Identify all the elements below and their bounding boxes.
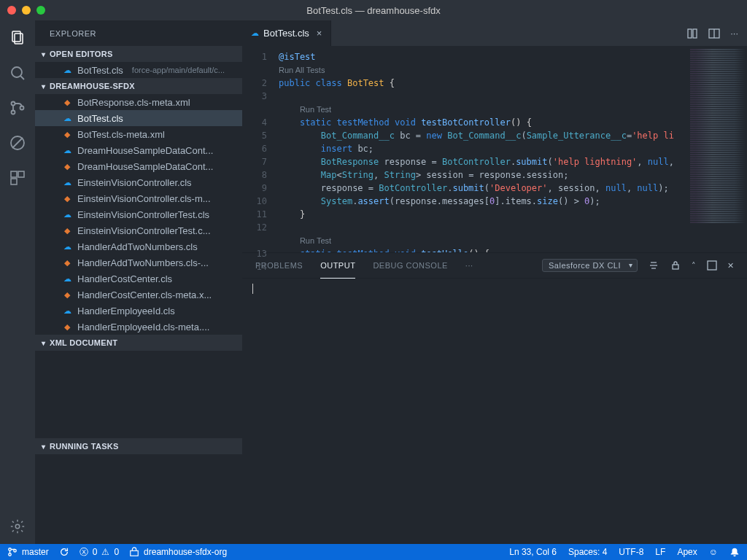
svg-point-23 bbox=[9, 553, 12, 556]
salesforce-icon: ☁ bbox=[61, 64, 73, 76]
explorer-icon[interactable] bbox=[7, 28, 28, 48]
running-tasks-panel bbox=[35, 454, 242, 544]
file-item[interactable]: ☁HandlerCostCenter.cls bbox=[35, 271, 242, 287]
svg-rect-1 bbox=[15, 34, 23, 44]
open-editor-item[interactable]: ☁ BotTest.cls force-app/main/default/c..… bbox=[35, 62, 242, 78]
file-item[interactable]: ◆BotTest.cls-meta.xml bbox=[35, 126, 242, 142]
tab-output[interactable]: OUTPUT bbox=[320, 253, 355, 279]
status-branch[interactable]: master bbox=[7, 547, 49, 557]
file-item[interactable]: ☁BotTest.cls bbox=[35, 110, 242, 126]
section-xml-document[interactable]: ▾XML DOCUMENT bbox=[35, 335, 242, 351]
clear-output-icon[interactable] bbox=[648, 260, 659, 271]
editor[interactable]: 1234567891011121314 @isTest Run All Test… bbox=[242, 46, 747, 252]
file-item[interactable]: ◆HandlerEmployeeId.cls-meta.... bbox=[35, 319, 242, 335]
bottom-panel: PROBLEMS OUTPUT DEBUG CONSOLE ··· Salesf… bbox=[242, 252, 747, 544]
svg-rect-14 bbox=[693, 29, 697, 38]
status-cursor-pos[interactable]: Ln 33, Col 6 bbox=[509, 547, 557, 557]
close-panel-icon[interactable]: ✕ bbox=[727, 261, 735, 271]
xml-file-icon: ◆ bbox=[61, 96, 73, 108]
file-item[interactable]: ◆EinsteinVisionControllerTest.c... bbox=[35, 222, 242, 238]
svg-rect-0 bbox=[12, 31, 20, 42]
svg-point-4 bbox=[12, 102, 15, 106]
editor-tab[interactable]: ☁ BotTest.cls × bbox=[242, 20, 331, 46]
split-editor-icon[interactable] bbox=[708, 28, 720, 39]
file-item[interactable]: ☁HandlerAddTwoNumbers.cls bbox=[35, 238, 242, 254]
settings-gear-icon[interactable] bbox=[7, 516, 28, 537]
svg-rect-13 bbox=[688, 29, 692, 38]
status-eol[interactable]: LF bbox=[655, 547, 665, 557]
line-numbers: 1234567891011121314 bbox=[242, 46, 279, 252]
tab-debug-console[interactable]: DEBUG CONSOLE bbox=[373, 253, 447, 279]
status-language[interactable]: Apex bbox=[677, 547, 697, 557]
svg-point-2 bbox=[12, 67, 22, 77]
svg-point-22 bbox=[9, 548, 12, 551]
svg-rect-11 bbox=[11, 179, 17, 184]
more-views-icon[interactable]: ··· bbox=[465, 253, 473, 279]
salesforce-icon: ☁ bbox=[61, 176, 73, 188]
panel-tabs: PROBLEMS OUTPUT DEBUG CONSOLE ··· Salesf… bbox=[242, 253, 747, 279]
chevron-down-icon: ▾ bbox=[38, 50, 50, 58]
status-bar: master ⓧ0 ⚠0 dreamhouse-sfdx-org Ln 33, … bbox=[0, 544, 747, 560]
salesforce-icon: ☁ bbox=[61, 241, 73, 252]
section-running-tasks[interactable]: ▾RUNNING TASKS bbox=[35, 438, 242, 454]
code-body[interactable]: @isTest Run All Tests public class BotTe… bbox=[279, 46, 689, 252]
svg-rect-21 bbox=[708, 261, 716, 270]
file-item[interactable]: ☁HandlerEmployeeId.cls bbox=[35, 303, 242, 319]
file-item[interactable]: ◆BotResponse.cls-meta.xml bbox=[35, 94, 242, 110]
notifications-icon[interactable] bbox=[729, 547, 740, 557]
status-indentation[interactable]: Spaces: 4 bbox=[568, 547, 607, 557]
svg-rect-25 bbox=[131, 551, 139, 556]
svg-point-6 bbox=[20, 106, 24, 110]
status-encoding[interactable]: UTF-8 bbox=[619, 547, 643, 557]
search-icon[interactable] bbox=[7, 63, 28, 83]
status-org[interactable]: dreamhouse-sfdx-org bbox=[129, 547, 227, 557]
section-open-editors[interactable]: ▾OPEN EDITORS bbox=[35, 46, 242, 62]
svg-point-12 bbox=[15, 524, 20, 529]
status-sync[interactable] bbox=[59, 547, 69, 557]
file-item[interactable]: ☁EinsteinVisionController.cls bbox=[35, 174, 242, 190]
svg-line-8 bbox=[12, 138, 23, 148]
salesforce-icon: ☁ bbox=[251, 28, 259, 38]
file-item[interactable]: ☁EinsteinVisionControllerTest.cls bbox=[35, 206, 242, 222]
xml-document-panel bbox=[35, 351, 242, 438]
svg-rect-20 bbox=[673, 265, 678, 269]
collapse-panel-icon[interactable]: ˄ bbox=[692, 261, 697, 271]
lock-scroll-icon[interactable] bbox=[670, 260, 681, 271]
salesforce-icon: ☁ bbox=[61, 305, 73, 316]
file-item[interactable]: ☁DreamHouseSampleDataCont... bbox=[35, 142, 242, 158]
file-item[interactable]: ◆EinsteinVisionController.cls-m... bbox=[35, 190, 242, 206]
codelens-run-test[interactable]: Run Test bbox=[300, 105, 331, 114]
minimap[interactable] bbox=[689, 46, 747, 252]
file-item[interactable]: ◆HandlerAddTwoNumbers.cls-... bbox=[35, 254, 242, 271]
extensions-icon[interactable] bbox=[7, 168, 28, 188]
chevron-down-icon: ▾ bbox=[38, 339, 50, 347]
debug-icon[interactable] bbox=[7, 133, 28, 153]
tab-label: BotTest.cls bbox=[263, 28, 309, 39]
output-body[interactable] bbox=[242, 279, 747, 544]
window-title: BotTest.cls — dreamhouse-sfdx bbox=[0, 5, 747, 16]
close-tab-icon[interactable]: × bbox=[317, 28, 322, 39]
xml-file-icon: ◆ bbox=[61, 192, 73, 204]
xml-file-icon: ◆ bbox=[61, 289, 73, 300]
xml-file-icon: ◆ bbox=[61, 225, 73, 236]
salesforce-icon: ☁ bbox=[61, 273, 73, 284]
more-actions-icon[interactable]: ··· bbox=[730, 28, 738, 39]
compare-changes-icon[interactable] bbox=[686, 28, 698, 39]
source-control-icon[interactable] bbox=[7, 98, 28, 118]
feedback-icon[interactable]: ☺ bbox=[709, 547, 718, 557]
file-item[interactable]: ◆HandlerCostCenter.cls-meta.x... bbox=[35, 287, 242, 303]
codelens-run-all[interactable]: Run All Tests bbox=[279, 66, 325, 74]
svg-line-3 bbox=[20, 76, 24, 79]
svg-rect-10 bbox=[18, 171, 24, 177]
editor-tabs: ☁ BotTest.cls × ··· bbox=[242, 20, 747, 46]
xml-file-icon: ◆ bbox=[61, 128, 73, 140]
xml-file-icon: ◆ bbox=[61, 257, 73, 268]
svg-point-5 bbox=[12, 111, 15, 114]
status-problems[interactable]: ⓧ0 ⚠0 bbox=[80, 546, 119, 559]
maximize-panel-icon[interactable] bbox=[707, 260, 717, 271]
file-item[interactable]: ◆DreamHouseSampleDataCont... bbox=[35, 158, 242, 174]
output-channel-select[interactable]: Salesforce DX CLI bbox=[542, 259, 638, 272]
codelens-run-test[interactable]: Run Test bbox=[300, 236, 331, 245]
section-project[interactable]: ▾DREAMHOUSE-SFDX bbox=[35, 78, 242, 94]
sidebar-title: EXPLORER bbox=[35, 20, 242, 46]
